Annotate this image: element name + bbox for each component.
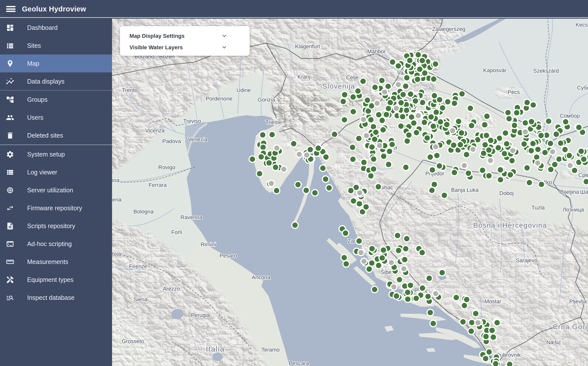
svg-text:Teramo: Teramo	[261, 347, 280, 353]
svg-text:Italia: Italia	[206, 345, 225, 353]
svg-text:Лозница: Лозница	[563, 207, 584, 213]
svg-text:Rimini: Rimini	[201, 241, 216, 248]
svg-text:Grosseto: Grosseto	[122, 338, 144, 344]
svg-text:Tuzla: Tuzla	[531, 205, 545, 211]
svg-text:Klagenfurt: Klagenfurt	[295, 43, 320, 50]
svg-text:Ferrara: Ferrara	[149, 182, 167, 188]
svg-text:Forlì: Forlì	[171, 229, 182, 235]
svg-text:Сремска Мит: Сремска Мит	[578, 172, 588, 178]
svg-text:Banja Luka: Banja Luka	[451, 187, 479, 193]
svg-text:Kaposvár: Kaposvár	[483, 67, 506, 73]
svg-text:Pordenone: Pordenone	[206, 96, 233, 102]
svg-text:Pécs: Pécs	[508, 89, 520, 95]
svg-text:Pistoia: Pistoia	[112, 251, 121, 257]
svg-text:Slovenija: Slovenija	[322, 82, 355, 90]
svg-text:Siena: Siena	[133, 296, 148, 303]
svg-text:Ancona: Ancona	[252, 274, 270, 280]
svg-text:Kecskem: Kecskem	[576, 22, 588, 28]
svg-text:Crna Gora / Црн: Crna Gora / Црн	[553, 323, 588, 331]
svg-text:Perugia: Perugia	[191, 312, 210, 318]
svg-text:Treviso: Treviso	[183, 118, 201, 124]
svg-text:Doboj: Doboj	[499, 190, 514, 196]
svg-text:Modena: Modena	[112, 197, 121, 203]
svg-text:Bologna: Bologna	[133, 209, 154, 215]
svg-text:Bijeljina: Bijeljina	[560, 189, 579, 195]
svg-text:Szekszárd: Szekszárd	[533, 68, 559, 74]
svg-text:Zalaegerszeg: Zalaegerszeg	[432, 26, 465, 32]
svg-text:Pesaro: Pesaro	[220, 253, 237, 259]
svg-text:Vicenza: Vicenza	[145, 127, 165, 134]
svg-text:Udine: Udine	[236, 87, 251, 93]
svg-text:Bosna i Hercegovina: Bosna i Hercegovina	[473, 221, 547, 229]
svg-text:Sarajevo: Sarajevo	[516, 257, 537, 263]
svg-text:Rovigo: Rovigo	[158, 164, 175, 170]
svg-text:Сомбор: Сомбор	[560, 113, 580, 119]
svg-text:Mostar: Mostar	[484, 298, 501, 305]
svg-text:Pescara: Pescara	[289, 360, 309, 366]
svg-text:Gorizia: Gorizia	[258, 97, 275, 103]
svg-text:Ravenna: Ravenna	[180, 214, 203, 220]
svg-text:Kranj: Kranj	[297, 74, 310, 80]
svg-text:Шабац: Шабац	[580, 189, 588, 195]
svg-text:Padova: Padova	[162, 138, 181, 144]
svg-text:Trieste: Trieste	[265, 119, 282, 125]
svg-text:Pljevlja: Pljevlja	[569, 298, 587, 305]
svg-text:Nikšić: Nikšić	[546, 339, 561, 346]
svg-text:Celje: Celje	[346, 74, 358, 81]
svg-text:Verona: Verona	[112, 177, 119, 183]
svg-text:Maribor: Maribor	[367, 48, 386, 54]
svg-text:Firenze: Firenze	[129, 263, 147, 269]
svg-text:Trento: Trento	[122, 87, 138, 93]
svg-text:Arezzo: Arezzo	[163, 286, 180, 292]
svg-text:Суботица: Суботица	[577, 85, 588, 91]
svg-text:Venezia: Venezia	[188, 136, 208, 143]
